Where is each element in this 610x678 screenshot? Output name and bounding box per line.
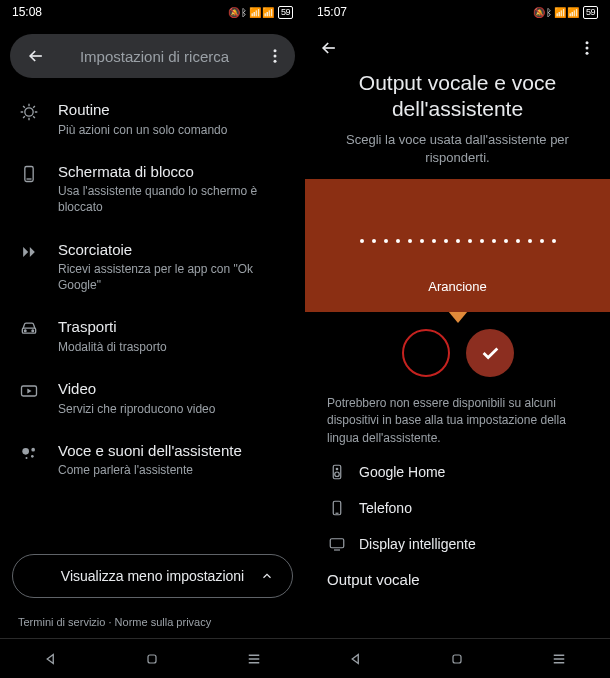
item-title: Routine [58, 100, 227, 120]
device-label: Telefono [359, 500, 412, 516]
device-label: Google Home [359, 464, 445, 480]
voice-option-selected[interactable] [466, 329, 514, 377]
availability-note: Potrebbero non essere disponibili su alc… [305, 395, 610, 463]
nav-home-icon[interactable] [140, 647, 164, 671]
list-item-assistant-voice[interactable]: Voce e suoni dell'assistente Come parler… [4, 429, 301, 491]
display-icon [327, 535, 347, 553]
video-icon [18, 381, 40, 401]
page-header [305, 28, 610, 68]
car-icon [18, 319, 40, 339]
right-content: Output vocale e voce dell'assistente Sce… [305, 68, 610, 638]
left-phone: 15:08 🔕ᛒ📶📶 59 Impostazioni di ricerca Ro… [0, 0, 305, 678]
device-google-home: Google Home [327, 463, 447, 481]
nav-recents-icon[interactable] [547, 647, 571, 671]
list-item-routine[interactable]: Routine Più azioni con un solo comando [4, 88, 301, 150]
back-icon[interactable] [24, 46, 48, 66]
status-icons: 🔕ᛒ📶📶 59 [228, 6, 293, 19]
status-bar: 15:07 🔕ᛒ📶📶 59 [305, 0, 610, 24]
svg-point-10 [22, 448, 29, 455]
page-title: Output vocale e voce dell'assistente [305, 68, 610, 131]
nav-bar [305, 638, 610, 678]
svg-point-2 [274, 60, 277, 63]
nav-recents-icon[interactable] [242, 647, 266, 671]
status-time: 15:07 [317, 5, 347, 19]
right-phone: 15:07 🔕ᛒ📶📶 59 Output vocale e voce dell'… [305, 0, 610, 678]
phone-icon [327, 499, 347, 517]
collapse-label: Visualizza meno impostazioni [61, 568, 244, 584]
back-icon[interactable] [319, 38, 339, 58]
shortcuts-icon [18, 242, 40, 262]
item-title: Trasporti [58, 317, 167, 337]
item-subtitle: Servizi che riproducono video [58, 401, 215, 417]
item-subtitle: Più azioni con un solo comando [58, 122, 227, 138]
svg-point-22 [335, 472, 340, 477]
voice-preview-card[interactable]: Arancione [305, 179, 610, 312]
device-label: Display intelligente [359, 536, 476, 552]
svg-rect-28 [453, 655, 461, 663]
footer-links: Termini di servizio · Norme sulla privac… [0, 606, 305, 638]
device-smart-display: Display intelligente [327, 535, 476, 553]
item-subtitle: Ricevi assistenza per le app con "Ok Goo… [58, 261, 287, 293]
svg-point-0 [274, 49, 277, 52]
nav-bar [0, 638, 305, 678]
voice-name-label: Arancione [315, 279, 600, 294]
svg-rect-14 [148, 655, 156, 663]
nav-home-icon[interactable] [445, 647, 469, 671]
device-list: Google Home Telefono Display intelligent… [305, 463, 610, 563]
item-subtitle: Modalità di trasporto [58, 339, 167, 355]
svg-point-12 [31, 455, 34, 458]
svg-point-1 [274, 55, 277, 58]
list-item-lockscreen[interactable]: Schermata di blocco Usa l'assistente qua… [4, 150, 301, 228]
more-icon[interactable] [261, 47, 289, 65]
device-phone: Telefono [327, 499, 447, 517]
status-icons: 🔕ᛒ📶📶 59 [533, 6, 598, 19]
search-header: Impostazioni di ricerca [10, 34, 295, 78]
svg-point-7 [24, 330, 26, 332]
list-item-transport[interactable]: Trasporti Modalità di trasporto [4, 305, 301, 367]
svg-point-20 [586, 52, 589, 55]
lock-screen-icon [18, 164, 40, 184]
svg-point-23 [336, 468, 338, 470]
routines-icon [18, 102, 40, 122]
check-icon [479, 342, 501, 364]
item-title: Voce e suoni dell'assistente [58, 441, 242, 461]
item-subtitle: Usa l'assistente quando lo schermo è blo… [58, 183, 287, 215]
item-title: Schermata di blocco [58, 162, 287, 182]
svg-point-19 [586, 47, 589, 50]
svg-rect-26 [330, 539, 344, 548]
pointer-icon [448, 311, 468, 323]
svg-point-18 [586, 41, 589, 44]
item-title: Video [58, 379, 215, 399]
status-bar: 15:08 🔕ᛒ📶📶 59 [0, 0, 305, 24]
item-subtitle: Come parlerà l'assistente [58, 462, 242, 478]
item-title: Scorciatoie [58, 240, 287, 260]
list-item-video[interactable]: Video Servizi che riproducono video [4, 367, 301, 429]
more-icon[interactable] [578, 39, 596, 57]
search-title[interactable]: Impostazioni di ricerca [48, 48, 261, 65]
collapse-settings-button[interactable]: Visualizza meno impostazioni [12, 554, 293, 598]
terms-link[interactable]: Termini di servizio [18, 616, 105, 628]
svg-point-8 [32, 330, 34, 332]
nav-back-icon[interactable] [39, 647, 63, 671]
page-subtitle: Scegli la voce usata dall'assistente per… [305, 131, 610, 179]
svg-point-11 [31, 448, 35, 452]
voice-option-red[interactable] [402, 329, 450, 377]
list-item-shortcuts[interactable]: Scorciatoie Ricevi assistenza per le app… [4, 228, 301, 306]
speaker-icon [327, 463, 347, 481]
nav-back-icon[interactable] [344, 647, 368, 671]
svg-point-3 [25, 108, 33, 116]
chevron-up-icon [260, 569, 274, 583]
section-output-vocale: Output vocale [305, 563, 610, 588]
status-time: 15:08 [12, 5, 42, 19]
assistant-voice-icon [18, 443, 40, 463]
settings-list: Routine Più azioni con un solo comando S… [0, 82, 305, 540]
voice-picker [305, 329, 610, 377]
privacy-link[interactable]: Norme sulla privacy [115, 616, 212, 628]
waveform-icon [315, 239, 600, 243]
svg-point-13 [26, 457, 28, 459]
